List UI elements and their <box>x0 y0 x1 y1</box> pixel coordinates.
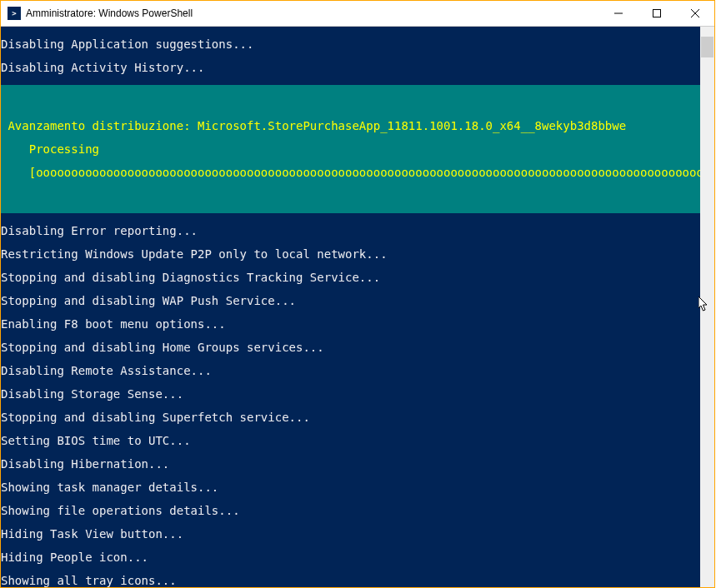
minimize-button[interactable] <box>599 1 638 26</box>
output-line: Showing task manager details... <box>1 481 714 493</box>
output-line: Disabling Application suggestions... <box>1 38 714 50</box>
progress-bar: [ooooooooooooooooooooooooooooooooooooooo… <box>1 167 714 178</box>
maximize-button[interactable] <box>638 1 676 26</box>
vertical-scrollbar[interactable] <box>700 27 714 587</box>
output-line: Disabling Hibernation... <box>1 458 714 470</box>
progress-panel: Avanzamento distribuzione: Microsoft.Sto… <box>1 85 714 213</box>
output-line: Stopping and disabling Home Groups servi… <box>1 341 714 353</box>
title-bar[interactable]: Amministratore: Windows PowerShell <box>1 1 714 27</box>
output-line: Showing file operations details... <box>1 505 714 516</box>
output-line: Disabling Error reporting... <box>1 225 714 237</box>
output-line: Hiding Task View button... <box>1 528 714 540</box>
output-line: Disabling Storage Sense... <box>1 388 714 400</box>
scrollbar-thumb[interactable] <box>701 37 713 57</box>
window-controls <box>599 1 714 26</box>
powershell-window: Amministratore: Windows PowerShell Disab… <box>0 0 715 588</box>
progress-blank <box>1 97 714 108</box>
output-line: Setting BIOS time to UTC... <box>1 435 714 446</box>
progress-status: Processing <box>1 143 714 155</box>
output-line: Hiding People icon... <box>1 551 714 563</box>
svg-rect-1 <box>653 10 661 17</box>
progress-title: Avanzamento distribuzione: Microsoft.Sto… <box>1 120 714 132</box>
output-line: Stopping and disabling Diagnostics Track… <box>1 272 714 283</box>
output-line: Restricting Windows Update P2P only to l… <box>1 248 714 260</box>
window-title: Amministratore: Windows PowerShell <box>26 7 599 19</box>
output-line: Stopping and disabling WAP Push Service.… <box>1 295 714 306</box>
output-line: Showing all tray icons... <box>1 575 714 586</box>
output-line: Disabling Remote Assistance... <box>1 365 714 376</box>
progress-blank <box>1 190 714 202</box>
close-button[interactable] <box>676 1 714 26</box>
output-line: Stopping and disabling Superfetch servic… <box>1 411 714 423</box>
terminal-output[interactable]: Disabling Application suggestions... Dis… <box>1 27 714 587</box>
output-line: Disabling Activity History... <box>1 62 714 73</box>
powershell-icon <box>8 7 21 20</box>
output-line: Enabling F8 boot menu options... <box>1 318 714 330</box>
